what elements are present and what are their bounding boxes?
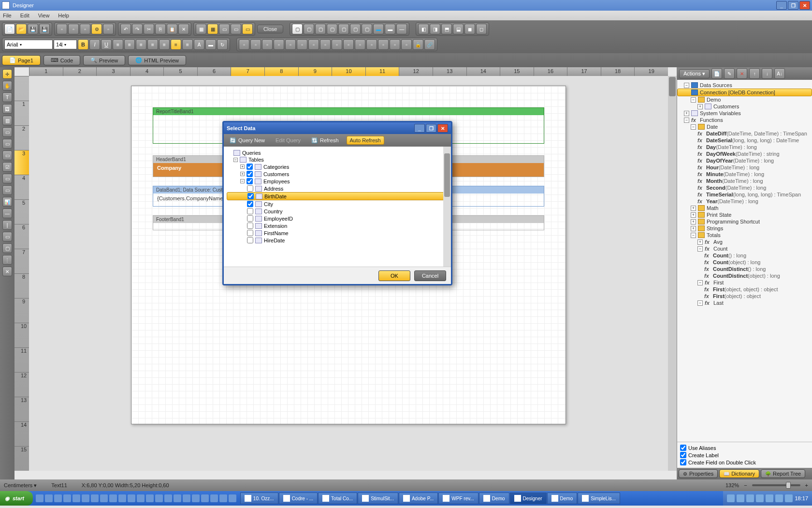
tray-icon[interactable] — [727, 494, 735, 502]
fn-minute[interactable]: fxMinute (DateTime) : long — [677, 171, 812, 178]
save-as-button[interactable]: 💾 — [39, 24, 50, 34]
tab-page1[interactable]: 📄 Page1 — [2, 55, 41, 65]
font-family-select[interactable]: Arial▾ — [4, 40, 53, 49]
rp-new-button[interactable]: 📄 — [711, 68, 722, 79]
fn-month[interactable]: fxMonth (DateTime) : long — [677, 178, 812, 184]
lock-button[interactable]: 🔒 — [413, 39, 423, 50]
dialog-close[interactable]: ✕ — [437, 124, 448, 133]
border-style-button[interactable]: — — [396, 24, 407, 34]
fn-datediff[interactable]: fxDateDiff (DateTime, DateTime) : TimeSp… — [677, 130, 812, 137]
redo-button[interactable]: ↷ — [132, 24, 143, 34]
rp-tab-dictionary[interactable]: 📖 Dictionary — [719, 469, 759, 478]
page-copy-button[interactable]: ▫ — [103, 24, 114, 34]
rp-edit-button[interactable]: ✎ — [724, 68, 735, 79]
valign-bot-button[interactable]: ≡ — [182, 39, 193, 50]
menu-edit[interactable]: Edit — [20, 13, 29, 18]
field-birthdate[interactable]: BirthDate — [227, 192, 448, 200]
ql-12[interactable] — [137, 494, 145, 502]
field-country[interactable]: Country — [227, 208, 448, 215]
fn-count[interactable]: fxCount (object) : long — [677, 259, 812, 266]
ql-18[interactable] — [192, 494, 200, 502]
font-color-button[interactable]: A — [194, 39, 204, 50]
fn-dayofweek[interactable]: fxDayOfWeek (DateTime) : string — [677, 150, 812, 157]
back-color-button[interactable]: ▬ — [205, 39, 216, 50]
minimize-button[interactable]: _ — [776, 1, 787, 10]
al-bot-button[interactable]: ▫ — [297, 39, 307, 50]
check-create-field[interactable]: Create Field on Double Click — [680, 459, 809, 466]
fn-first[interactable]: fxFirst (object, object) : object — [677, 286, 812, 293]
close-window-button[interactable]: ✕ — [799, 1, 810, 10]
order-button[interactable]: ▭ — [231, 24, 241, 34]
task-0[interactable]: 10. Ozz... — [240, 493, 278, 504]
task-2[interactable]: Total Co... — [318, 493, 357, 504]
rp-tab-report-tree[interactable]: 🌳 Report Tree — [761, 469, 805, 478]
ql-7[interactable] — [91, 494, 99, 502]
field-hiredate[interactable]: HireDate — [227, 237, 448, 244]
border-b-button[interactable]: ▢ — [350, 24, 361, 34]
task-8[interactable]: Demo — [547, 493, 578, 504]
tray-icon[interactable] — [746, 494, 754, 502]
rp-delete-button[interactable]: ✕ — [737, 68, 747, 79]
menu-view[interactable]: View — [38, 13, 50, 18]
page-setup-button[interactable]: ⚙ — [91, 24, 102, 34]
tool-chart[interactable]: 📊 — [2, 197, 12, 207]
menu-file[interactable]: File — [3, 13, 12, 18]
border-r-button[interactable]: ▢ — [338, 24, 349, 34]
dock-t-button[interactable]: ⬒ — [441, 24, 452, 34]
ql-20[interactable] — [210, 494, 218, 502]
tool-hline[interactable]: — — [2, 209, 12, 218]
grid-button[interactable]: ▦ — [196, 24, 206, 34]
tool-select[interactable]: ✛ — [2, 69, 12, 79]
page-form-button[interactable]: ▫ — [80, 24, 90, 34]
clock[interactable]: 18:17 — [795, 495, 808, 501]
refresh-button[interactable]: 🔃 Refresh — [308, 136, 342, 145]
al-center-button[interactable]: ▫ — [250, 39, 261, 50]
ql-8[interactable] — [100, 494, 108, 502]
ql-2[interactable] — [45, 494, 53, 502]
tool-hand[interactable]: ✋ — [2, 81, 12, 90]
task-4[interactable]: Adobe P... — [399, 493, 438, 504]
shadow-button[interactable]: ▢ — [362, 24, 372, 34]
undo-button[interactable]: ↶ — [120, 24, 131, 34]
fn-day[interactable]: fxDay (DateTime) : long — [677, 144, 812, 150]
field-address[interactable]: Address — [227, 185, 448, 192]
headers-button[interactable]: ▭ — [219, 24, 230, 34]
same-s-button[interactable]: ▫ — [332, 39, 342, 50]
tool-vline[interactable]: | — [2, 220, 12, 230]
fn-countdistinct[interactable]: fxCountDistinct () : long — [677, 266, 812, 272]
align-left-button[interactable]: ≡ — [113, 39, 123, 50]
cancel-button[interactable]: Cancel — [414, 270, 446, 281]
new-button[interactable]: 📄 — [4, 24, 15, 34]
tab-html-preview[interactable]: 🌐 HTML Preview — [128, 55, 186, 65]
field-firstname[interactable]: FirstName — [227, 229, 448, 237]
center-v-button[interactable]: ▫ — [378, 39, 389, 50]
align-center-button[interactable]: ≡ — [124, 39, 135, 50]
ql-9[interactable] — [109, 494, 117, 502]
query-new-button[interactable]: 🔄 Query New — [227, 136, 268, 145]
same-w-button[interactable]: ▫ — [308, 39, 319, 50]
rp-sort-button[interactable]: A↓ — [774, 68, 785, 79]
send-back-button[interactable]: ▫ — [401, 39, 412, 50]
fn-timeserial[interactable]: fxTimeSerial (long, long, long) : TimeSp… — [677, 191, 812, 198]
space-h-button[interactable]: ▫ — [343, 39, 354, 50]
status-units[interactable]: Centimeters ▾ — [4, 482, 37, 489]
tool-cross[interactable]: ✕ — [2, 267, 12, 276]
tray-icon[interactable] — [785, 494, 793, 502]
fn-dateserial[interactable]: fxDateSerial (long, long, long) : DateTi… — [677, 137, 812, 144]
delete-button[interactable]: ✕ — [178, 24, 189, 34]
task-1[interactable]: Codre - ... — [279, 493, 318, 504]
copy-button[interactable]: ⎘ — [155, 24, 166, 34]
border-none-button[interactable]: ▢ — [304, 24, 314, 34]
fn-first[interactable]: fxFirst (object) : object — [677, 293, 812, 299]
ql-3[interactable] — [54, 494, 62, 502]
link-button[interactable]: 🔗 — [424, 39, 435, 50]
task-6[interactable]: Demo — [479, 493, 509, 504]
paste-button[interactable]: 📋 — [167, 24, 177, 34]
ok-button[interactable]: OK — [378, 270, 410, 281]
dock-l-button[interactable]: ◧ — [418, 24, 429, 34]
task-7[interactable]: Designer — [510, 493, 547, 504]
rp-down-button[interactable]: ↓ — [762, 68, 772, 79]
dialog-scrollbar[interactable] — [443, 147, 451, 267]
field-employeeid[interactable]: EmployeeID — [227, 215, 448, 222]
ql-17[interactable] — [183, 494, 190, 502]
